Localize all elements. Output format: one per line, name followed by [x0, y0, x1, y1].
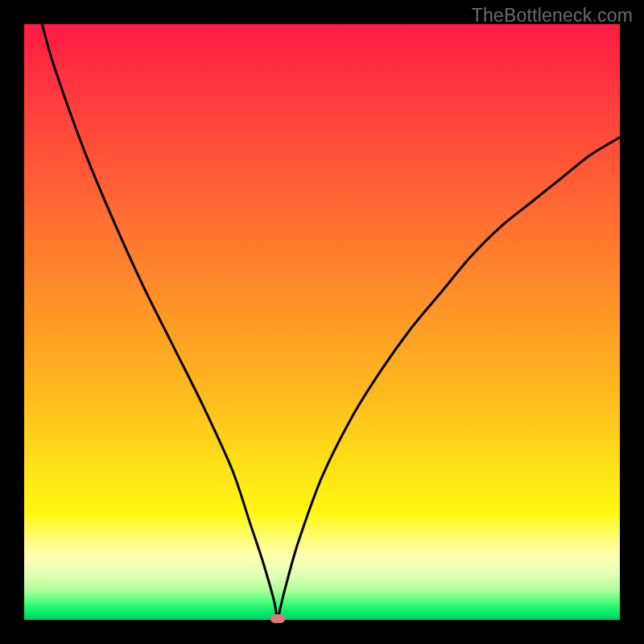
plot-area	[24, 24, 620, 620]
bottleneck-curve	[24, 24, 620, 620]
chart-frame: TheBottleneck.com	[0, 0, 644, 644]
watermark-text: TheBottleneck.com	[472, 5, 633, 27]
minimum-marker	[270, 614, 285, 623]
